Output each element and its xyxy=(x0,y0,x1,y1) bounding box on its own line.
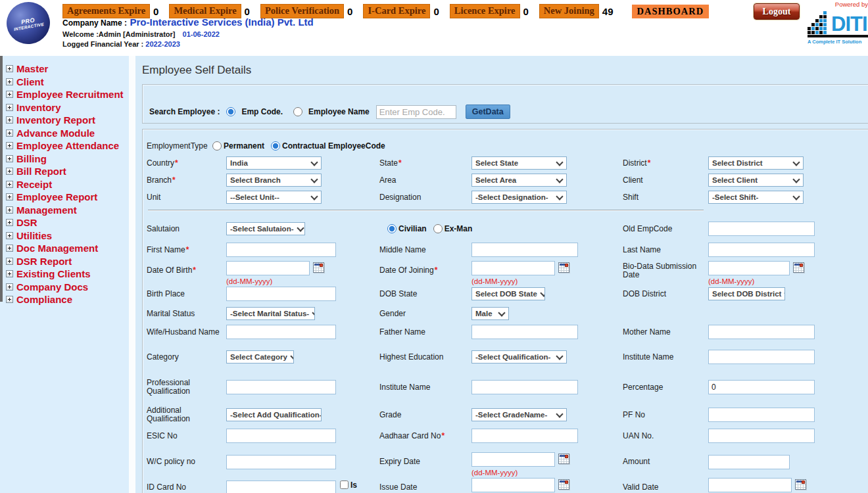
expand-plus-icon[interactable] xyxy=(6,245,13,252)
marital-status-select[interactable]: -Select Marital Status- xyxy=(226,307,315,320)
dob-state-select[interactable]: Select DOB State xyxy=(471,287,545,300)
valid-calendar-icon[interactable] xyxy=(795,479,806,490)
sidebar-item-dsr-report[interactable]: DSR Report xyxy=(6,255,129,268)
expiry-calendar-icon[interactable] xyxy=(558,454,569,464)
expand-plus-icon[interactable] xyxy=(6,129,13,137)
id-card-no-input[interactable] xyxy=(226,481,336,493)
shift-select[interactable]: -Select Shift- xyxy=(708,191,804,204)
dob-district-select[interactable]: Select DOB District xyxy=(708,287,785,300)
sidebar-item-doc-management[interactable]: Doc Management xyxy=(6,242,129,255)
expand-plus-icon[interactable] xyxy=(6,142,13,149)
uan-no-input[interactable] xyxy=(708,429,815,443)
doj-calendar-icon[interactable] xyxy=(558,262,569,273)
category-select[interactable]: Select Category xyxy=(226,350,294,364)
icard-expire-badge[interactable]: I-Card Expire xyxy=(363,4,430,18)
gender-select[interactable]: Male xyxy=(471,307,509,320)
new-joining-badge[interactable]: New Joining xyxy=(539,4,599,18)
employment-contractual-radio[interactable] xyxy=(271,141,280,151)
sidebar-item-employee-recruitment[interactable]: Employee Recruitment xyxy=(6,88,129,101)
sidebar-item-company-docs[interactable]: Company Docs xyxy=(6,281,129,294)
designation-select[interactable]: -Select Designation- xyxy=(471,191,567,204)
birth-place-input[interactable] xyxy=(226,287,336,301)
client-select[interactable]: Select Client xyxy=(708,174,804,187)
dob-input[interactable] xyxy=(226,261,310,275)
expand-plus-icon[interactable] xyxy=(6,65,13,72)
percentage-input[interactable] xyxy=(708,380,815,394)
aadhaar-input[interactable] xyxy=(471,429,578,443)
licence-expire-badge[interactable]: Licence Expire xyxy=(450,4,520,18)
mother-name-input[interactable] xyxy=(708,325,815,339)
salutation-select[interactable]: -Select Salutaion- xyxy=(226,222,305,235)
is-permanent-checkbox[interactable] xyxy=(340,481,349,489)
sidebar-item-utilities[interactable]: Utilities xyxy=(6,229,129,243)
sidebar-item-master[interactable]: Master xyxy=(6,62,129,76)
esic-no-input[interactable] xyxy=(226,429,336,443)
father-name-input[interactable] xyxy=(471,325,578,339)
grade-select[interactable]: -Select GradeName- xyxy=(471,408,567,421)
expand-plus-icon[interactable] xyxy=(6,219,13,226)
expand-plus-icon[interactable] xyxy=(6,193,13,200)
expand-plus-icon[interactable] xyxy=(6,78,13,85)
expiry-date-input[interactable] xyxy=(471,452,555,467)
expand-plus-icon[interactable] xyxy=(6,232,13,239)
search-by-name-radio[interactable] xyxy=(293,107,302,116)
issue-calendar-icon[interactable] xyxy=(558,479,569,490)
expand-plus-icon[interactable] xyxy=(6,91,13,98)
getdata-button[interactable]: GetData xyxy=(466,105,510,119)
employment-permanent-radio[interactable] xyxy=(212,141,222,151)
emp-code-search-input[interactable] xyxy=(376,105,456,119)
biodata-date-input[interactable] xyxy=(708,261,790,275)
sidebar-item-bill-report[interactable]: Bill Report xyxy=(6,165,129,178)
expand-plus-icon[interactable] xyxy=(6,168,13,175)
issue-date-input[interactable] xyxy=(471,478,555,492)
expand-plus-icon[interactable] xyxy=(6,155,13,162)
old-empcode-input[interactable] xyxy=(708,222,815,236)
sidebar-item-billing[interactable]: Billing xyxy=(6,153,129,166)
highest-education-select[interactable]: -Select Qualification- xyxy=(471,350,567,364)
district-select[interactable]: Select District xyxy=(708,156,804,170)
civilian-radio[interactable] xyxy=(387,224,397,233)
country-select[interactable]: India xyxy=(226,156,322,170)
biodata-calendar-icon[interactable] xyxy=(793,262,804,273)
expand-plus-icon[interactable] xyxy=(6,283,13,291)
first-name-input[interactable] xyxy=(226,243,336,257)
amount-input[interactable] xyxy=(708,455,790,469)
exman-radio[interactable] xyxy=(433,224,443,233)
dob-calendar-icon[interactable] xyxy=(313,262,324,273)
sidebar-item-inventory-report[interactable]: Inventory Report xyxy=(6,114,129,127)
sidebar-item-employee-report[interactable]: Employee Report xyxy=(6,191,129,204)
sidebar-item-inventory[interactable]: Inventory xyxy=(6,101,129,114)
logout-button[interactable]: Logout xyxy=(754,3,800,20)
wife-husband-input[interactable] xyxy=(226,325,336,339)
sidebar-item-advance-module[interactable]: Advance Module xyxy=(6,127,129,140)
pf-no-input[interactable] xyxy=(708,408,815,422)
expand-plus-icon[interactable] xyxy=(6,296,13,303)
doj-input[interactable] xyxy=(471,261,555,275)
expand-plus-icon[interactable] xyxy=(6,270,13,277)
additional-qualification-select[interactable]: -Select Add Qualification- xyxy=(226,408,322,421)
wc-policy-input[interactable] xyxy=(226,455,336,469)
professional-qualification-input[interactable] xyxy=(226,380,336,394)
sidebar-item-management[interactable]: Management xyxy=(6,204,129,217)
institute-name-input[interactable] xyxy=(708,350,815,364)
area-select[interactable]: Select Area xyxy=(471,174,567,187)
unit-select[interactable]: --Select Unit-- xyxy=(226,191,322,204)
sidebar-item-existing-clients[interactable]: Existing Clients xyxy=(6,268,129,281)
valid-date-input[interactable] xyxy=(708,478,792,492)
sidebar-item-receipt[interactable]: Receipt xyxy=(6,178,129,191)
expand-plus-icon[interactable] xyxy=(6,206,13,214)
last-name-input[interactable] xyxy=(708,243,815,257)
sidebar-item-dsr[interactable]: DSR xyxy=(6,216,129,229)
sidebar-item-compliance[interactable]: Compliance xyxy=(6,293,129,306)
branch-select[interactable]: Select Branch xyxy=(226,174,322,187)
sidebar-item-client[interactable]: Client xyxy=(6,76,129,89)
middle-name-input[interactable] xyxy=(471,243,578,257)
sidebar-item-employee-attendance[interactable]: Employee Attendance xyxy=(6,139,129,153)
institute-name2-input[interactable] xyxy=(471,380,578,394)
state-select[interactable]: Select State xyxy=(471,156,567,170)
dashboard-button[interactable]: DASHBOARD xyxy=(632,5,710,18)
expand-plus-icon[interactable] xyxy=(6,104,13,111)
expand-plus-icon[interactable] xyxy=(6,258,13,265)
expand-plus-icon[interactable] xyxy=(6,181,13,188)
expand-plus-icon[interactable] xyxy=(6,116,13,124)
